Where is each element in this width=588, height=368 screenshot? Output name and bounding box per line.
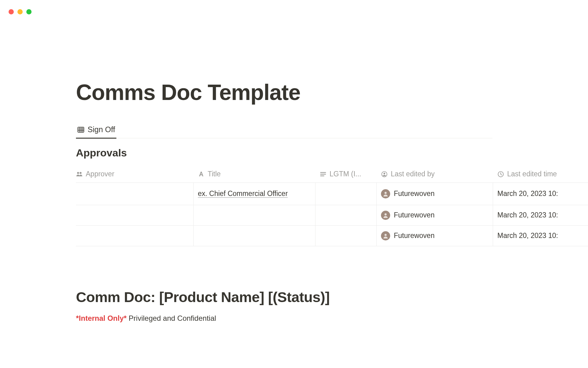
page-content: Comms Doc Template Sign Off Approvals bbox=[76, 80, 588, 323]
table-row[interactable]: ex. Chief Commercial Officer Futurewoven… bbox=[76, 183, 588, 205]
cell-value: March 20, 2023 10: bbox=[497, 211, 558, 219]
svg-rect-0 bbox=[78, 127, 84, 132]
cell-approver[interactable] bbox=[76, 226, 194, 246]
column-header-lgtm[interactable]: LGTM (I... bbox=[315, 166, 377, 182]
tab-sign-off[interactable]: Sign Off bbox=[76, 123, 116, 139]
column-header-edited-time[interactable]: Last edited time bbox=[493, 166, 585, 182]
column-label: Approver bbox=[86, 170, 114, 178]
cell-lgtm[interactable] bbox=[315, 183, 377, 205]
cell-edited-by[interactable]: Futurewoven bbox=[377, 183, 493, 205]
cell-title[interactable]: ex. Chief Commercial Officer bbox=[194, 183, 315, 205]
column-header-title[interactable]: Title bbox=[194, 166, 315, 182]
cell-edited-time[interactable]: March 20, 2023 10: bbox=[493, 226, 585, 246]
close-window-button[interactable] bbox=[9, 9, 14, 14]
internal-only-label: *Internal Only* bbox=[76, 314, 126, 322]
table-row[interactable]: Futurewoven March 20, 2023 10: bbox=[76, 226, 588, 246]
clock-icon bbox=[497, 171, 504, 178]
cell-value: ex. Chief Commercial Officer bbox=[198, 188, 288, 199]
cell-value: March 20, 2023 10: bbox=[497, 232, 558, 240]
person-icon bbox=[381, 171, 388, 178]
table-header: Approver Title LGTM (I... bbox=[76, 166, 588, 183]
cell-title[interactable] bbox=[194, 226, 315, 246]
svg-point-13 bbox=[385, 192, 387, 194]
cell-edited-time[interactable]: March 20, 2023 10: bbox=[493, 183, 585, 205]
column-label: LGTM (I... bbox=[330, 170, 361, 178]
avatar-icon bbox=[381, 211, 390, 220]
tab-bar: Sign Off bbox=[76, 123, 492, 138]
table-row[interactable]: Futurewoven March 20, 2023 10: bbox=[76, 205, 588, 226]
classification-line[interactable]: *Internal Only* Privileged and Confident… bbox=[76, 314, 588, 323]
column-label: Last edited by bbox=[391, 170, 435, 178]
column-label: Title bbox=[208, 170, 221, 178]
cell-edited-by[interactable]: Futurewoven bbox=[377, 205, 493, 225]
lines-icon bbox=[320, 171, 326, 178]
column-header-edited-by[interactable]: Last edited by bbox=[377, 166, 493, 182]
svg-point-11 bbox=[383, 172, 385, 174]
text-icon bbox=[198, 171, 205, 178]
cell-title[interactable] bbox=[194, 205, 315, 225]
cell-edited-by[interactable]: Futurewoven bbox=[377, 226, 493, 246]
svg-point-15 bbox=[385, 234, 387, 236]
svg-point-14 bbox=[385, 213, 387, 215]
cell-value: Futurewoven bbox=[394, 211, 435, 219]
column-label: Last edited time bbox=[507, 170, 557, 178]
cell-edited-time[interactable]: March 20, 2023 10: bbox=[493, 205, 585, 225]
doc-heading[interactable]: Comm Doc: [Product Name] [(Status)] bbox=[76, 289, 588, 305]
approvals-heading: Approvals bbox=[76, 147, 588, 159]
minimize-window-button[interactable] bbox=[17, 9, 23, 14]
people-icon bbox=[76, 171, 83, 178]
tab-label: Sign Off bbox=[88, 125, 115, 134]
avatar-icon bbox=[381, 189, 390, 198]
svg-point-6 bbox=[80, 172, 81, 174]
cell-approver[interactable] bbox=[76, 183, 194, 205]
table-icon bbox=[77, 126, 85, 133]
maximize-window-button[interactable] bbox=[26, 9, 32, 14]
cell-lgtm[interactable] bbox=[315, 226, 377, 246]
cell-value: Futurewoven bbox=[394, 190, 435, 198]
classification-text: Privileged and Confidential bbox=[126, 314, 216, 322]
cell-approver[interactable] bbox=[76, 205, 194, 225]
cell-lgtm[interactable] bbox=[315, 205, 377, 225]
cell-value: Futurewoven bbox=[394, 232, 435, 240]
column-header-approver[interactable]: Approver bbox=[76, 166, 194, 182]
cell-value: March 20, 2023 10: bbox=[497, 190, 558, 198]
page-title[interactable]: Comms Doc Template bbox=[76, 80, 588, 105]
avatar-icon bbox=[381, 231, 390, 240]
svg-point-5 bbox=[77, 172, 79, 174]
window-controls bbox=[9, 9, 32, 14]
